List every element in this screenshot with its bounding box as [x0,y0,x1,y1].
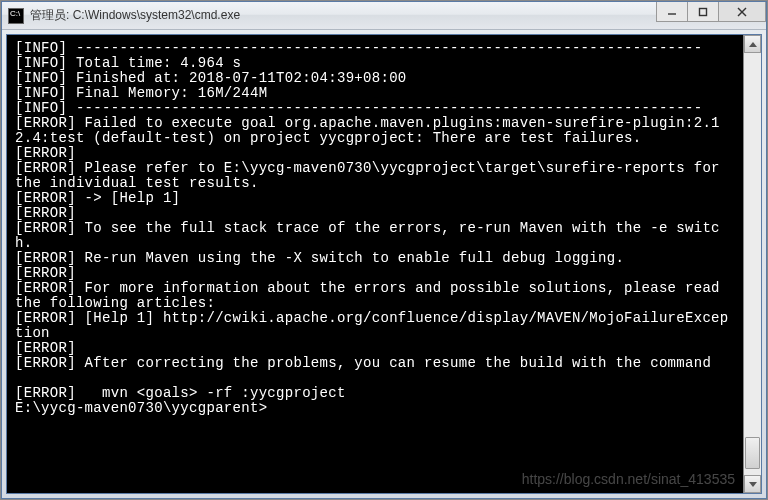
scrollbar-thumb[interactable] [745,437,760,469]
chevron-down-icon [749,482,757,487]
app-window: C:\ 管理员: C:\Windows\system32\cmd.exe [IN… [1,1,767,499]
minimize-icon [667,7,677,17]
window-title: 管理员: C:\Windows\system32\cmd.exe [30,7,657,24]
scrollbar-track[interactable] [744,53,761,475]
vertical-scrollbar[interactable] [743,35,761,493]
maximize-button[interactable] [687,2,719,22]
cmd-icon: C:\ [8,8,24,24]
scroll-down-button[interactable] [744,475,761,493]
svg-marker-5 [749,482,757,487]
maximize-icon [698,7,708,17]
minimize-button[interactable] [656,2,688,22]
client-area: [INFO] ---------------------------------… [6,34,762,494]
titlebar[interactable]: C:\ 管理员: C:\Windows\system32\cmd.exe [2,2,766,30]
svg-rect-1 [700,8,707,15]
console-output[interactable]: [INFO] ---------------------------------… [7,35,743,493]
close-icon [736,6,748,18]
window-controls [657,2,766,29]
scroll-up-button[interactable] [744,35,761,53]
svg-marker-4 [749,42,757,47]
chevron-up-icon [749,42,757,47]
close-button[interactable] [718,2,766,22]
